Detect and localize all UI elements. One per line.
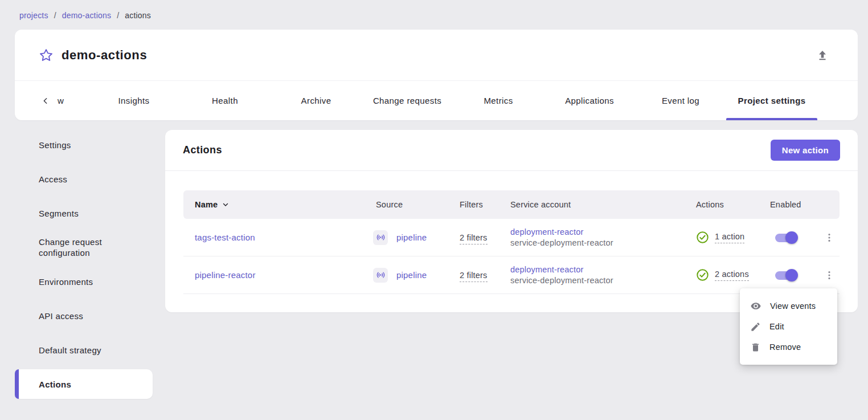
tab-project-settings[interactable]: Project settings: [726, 81, 817, 120]
menu-item-edit[interactable]: Edit: [740, 316, 837, 337]
pencil-icon: [750, 321, 761, 332]
sidebar-item-actions[interactable]: Actions: [15, 369, 153, 399]
upload-icon: [816, 48, 829, 62]
column-header-name-label: Name: [195, 200, 218, 209]
star-outline-icon: [39, 48, 54, 63]
breadcrumb: projects / demo-actions / actions: [19, 11, 151, 20]
enabled-toggle[interactable]: [774, 231, 798, 244]
project-header-card: demo-actions w Insights Health Archive C…: [15, 30, 858, 120]
tab-change-requests[interactable]: Change requests: [362, 81, 453, 120]
project-title-row: demo-actions: [15, 30, 858, 80]
breadcrumb-separator: /: [117, 11, 119, 20]
row-menu-button[interactable]: [820, 266, 838, 284]
source-link[interactable]: pipeline: [396, 270, 427, 280]
sidebar-item-environments[interactable]: Environments: [15, 264, 153, 299]
kebab-icon: [824, 270, 835, 281]
signal-icon: [376, 233, 386, 242]
menu-item-view-events[interactable]: View events: [740, 296, 837, 316]
chevron-down-icon: [222, 201, 230, 209]
sidebar-item-settings[interactable]: Settings: [15, 128, 153, 162]
tab-overview-clipped[interactable]: w: [58, 96, 64, 105]
tab-insights[interactable]: Insights: [88, 81, 179, 120]
table-header-row: Name Source Filters Service account Acti…: [183, 190, 840, 219]
menu-item-label: Edit: [769, 322, 784, 331]
sidebar-item-access[interactable]: Access: [15, 162, 153, 196]
filters-count[interactable]: 2 filters: [460, 271, 488, 282]
actions-count[interactable]: 2 actions: [715, 270, 749, 281]
column-header-source: Source: [373, 200, 453, 209]
row-context-menu: View events Edit Remove: [740, 288, 837, 365]
menu-item-remove[interactable]: Remove: [740, 337, 837, 357]
service-account-link[interactable]: deployment-reactor: [510, 265, 584, 274]
menu-item-label: Remove: [769, 342, 801, 352]
sidebar-item-default-strategy[interactable]: Default strategy: [15, 333, 153, 367]
row-menu-button[interactable]: [820, 229, 838, 247]
export-button[interactable]: [816, 48, 829, 62]
column-header-enabled: Enabled: [767, 200, 818, 209]
actions-panel: Actions New action Name Source Filters S…: [165, 130, 858, 312]
project-tabs: w Insights Health Archive Change request…: [15, 80, 858, 120]
eye-icon: [750, 300, 761, 312]
breadcrumb-current: actions: [125, 11, 151, 20]
sidebar-item-api-access[interactable]: API access: [15, 299, 153, 333]
chevron-left-icon: [41, 96, 50, 105]
page-title: demo-actions: [62, 48, 147, 63]
signal-icon: [376, 270, 386, 280]
tab-archive[interactable]: Archive: [271, 81, 362, 120]
source-link[interactable]: pipeline: [396, 233, 427, 242]
column-header-filters: Filters: [453, 200, 507, 209]
column-header-service-account: Service account: [507, 200, 693, 209]
settings-sidebar: Settings Access Segments Change request …: [15, 128, 153, 401]
column-header-actions: Actions: [693, 200, 767, 209]
breadcrumb-link-project[interactable]: demo-actions: [62, 11, 111, 20]
trash-icon: [750, 342, 761, 353]
service-account-link[interactable]: deployment-reactor: [510, 227, 584, 236]
source-badge: [373, 268, 388, 283]
enabled-toggle[interactable]: [774, 269, 798, 282]
tabs-scroll-left-button[interactable]: w: [15, 81, 88, 120]
sidebar-item-segments[interactable]: Segments: [15, 196, 153, 230]
action-name-link[interactable]: pipeline-reactor: [195, 270, 256, 280]
actions-count[interactable]: 1 action: [715, 232, 744, 243]
tab-health[interactable]: Health: [179, 81, 271, 120]
sidebar-item-change-request-configuration[interactable]: Change request configuration: [15, 230, 153, 264]
new-action-button[interactable]: New action: [771, 140, 840, 161]
check-circle-icon: [696, 231, 709, 244]
table-row: tags-test-action pipeline 2 filters depl…: [183, 219, 840, 256]
actions-table: Name Source Filters Service account Acti…: [183, 190, 840, 294]
check-circle-icon: [696, 268, 709, 282]
panel-title: Actions: [183, 144, 222, 156]
actions-panel-header: Actions New action: [165, 130, 858, 171]
breadcrumb-link-projects[interactable]: projects: [19, 11, 48, 20]
tab-event-log[interactable]: Event log: [635, 81, 726, 120]
menu-item-label: View events: [770, 301, 816, 311]
service-account-id: service-deployment-reactor: [510, 275, 693, 286]
action-name-link[interactable]: tags-test-action: [195, 233, 255, 242]
service-account-id: service-deployment-reactor: [510, 238, 693, 248]
filters-count[interactable]: 2 filters: [460, 233, 488, 244]
kebab-icon: [824, 232, 835, 243]
tab-applications[interactable]: Applications: [544, 81, 635, 120]
breadcrumb-separator: /: [54, 11, 56, 20]
source-badge: [373, 230, 388, 245]
column-header-name[interactable]: Name: [183, 200, 373, 209]
favorite-button[interactable]: [39, 48, 54, 63]
tab-metrics[interactable]: Metrics: [453, 81, 544, 120]
